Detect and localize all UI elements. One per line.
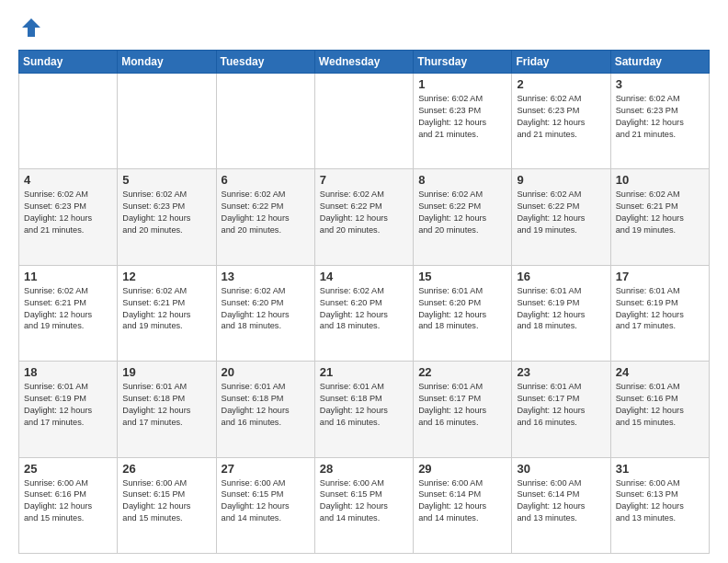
day-number: 6 [222, 173, 310, 187]
calendar-cell: 10Sunrise: 6:02 AM Sunset: 6:21 PM Dayli… [610, 169, 709, 265]
cell-content: Sunrise: 6:00 AM Sunset: 6:15 PM Dayligh… [222, 477, 310, 525]
cell-content: Sunrise: 6:00 AM Sunset: 6:13 PM Dayligh… [616, 477, 704, 525]
calendar-cell: 25Sunrise: 6:00 AM Sunset: 6:16 PM Dayli… [19, 457, 118, 553]
day-number: 21 [320, 365, 408, 379]
cell-content: Sunrise: 6:01 AM Sunset: 6:18 PM Dayligh… [222, 381, 310, 429]
calendar-cell: 27Sunrise: 6:00 AM Sunset: 6:15 PM Dayli… [216, 457, 314, 553]
calendar-cell: 6Sunrise: 6:02 AM Sunset: 6:22 PM Daylig… [216, 169, 314, 265]
cell-content: Sunrise: 6:01 AM Sunset: 6:19 PM Dayligh… [517, 285, 605, 333]
calendar-cell: 11Sunrise: 6:02 AM Sunset: 6:21 PM Dayli… [19, 265, 118, 361]
cell-content: Sunrise: 6:00 AM Sunset: 6:16 PM Dayligh… [24, 477, 112, 525]
day-number: 25 [24, 462, 112, 476]
day-number: 26 [122, 462, 210, 476]
calendar-cell: 12Sunrise: 6:02 AM Sunset: 6:21 PM Dayli… [118, 265, 216, 361]
day-number: 5 [122, 173, 210, 187]
day-number: 13 [222, 270, 310, 283]
weekday-header: Monday [118, 51, 216, 74]
calendar-cell: 15Sunrise: 6:01 AM Sunset: 6:20 PM Dayli… [414, 265, 512, 361]
calendar-cell: 20Sunrise: 6:01 AM Sunset: 6:18 PM Dayli… [216, 362, 314, 457]
day-number: 20 [222, 365, 310, 379]
day-number: 14 [320, 270, 408, 283]
day-number: 24 [616, 365, 704, 379]
calendar-cell: 29Sunrise: 6:00 AM Sunset: 6:14 PM Dayli… [414, 457, 512, 553]
calendar-cell: 13Sunrise: 6:02 AM Sunset: 6:20 PM Dayli… [216, 265, 314, 361]
calendar-week-row: 25Sunrise: 6:00 AM Sunset: 6:16 PM Dayli… [19, 457, 710, 553]
calendar-cell: 14Sunrise: 6:02 AM Sunset: 6:20 PM Dayli… [314, 265, 413, 361]
cell-content: Sunrise: 6:02 AM Sunset: 6:23 PM Dayligh… [616, 93, 704, 141]
day-number: 10 [616, 173, 704, 187]
cell-content: Sunrise: 6:02 AM Sunset: 6:22 PM Dayligh… [418, 189, 506, 236]
day-number: 3 [616, 77, 704, 91]
calendar-cell: 2Sunrise: 6:02 AM Sunset: 6:23 PM Daylig… [512, 74, 610, 169]
cell-content: Sunrise: 6:02 AM Sunset: 6:20 PM Dayligh… [222, 285, 310, 333]
calendar-cell: 7Sunrise: 6:02 AM Sunset: 6:22 PM Daylig… [314, 169, 413, 265]
day-number: 1 [418, 77, 506, 91]
weekday-header: Thursday [414, 51, 512, 74]
calendar-cell: 16Sunrise: 6:01 AM Sunset: 6:19 PM Dayli… [512, 265, 610, 361]
day-number: 7 [320, 173, 408, 187]
cell-content: Sunrise: 6:01 AM Sunset: 6:17 PM Dayligh… [418, 381, 506, 429]
cell-content: Sunrise: 6:02 AM Sunset: 6:22 PM Dayligh… [320, 189, 408, 236]
day-number: 28 [320, 462, 408, 476]
calendar-cell: 5Sunrise: 6:02 AM Sunset: 6:23 PM Daylig… [118, 169, 216, 265]
cell-content: Sunrise: 6:02 AM Sunset: 6:23 PM Dayligh… [418, 93, 506, 141]
calendar-cell [19, 74, 118, 169]
page: SundayMondayTuesdayWednesdayThursdayFrid… [0, 0, 728, 563]
logo [18, 15, 48, 40]
calendar-cell: 31Sunrise: 6:00 AM Sunset: 6:13 PM Dayli… [610, 457, 709, 553]
day-number: 18 [24, 365, 112, 379]
calendar-cell: 17Sunrise: 6:01 AM Sunset: 6:19 PM Dayli… [610, 265, 709, 361]
weekday-header: Sunday [19, 51, 118, 74]
cell-content: Sunrise: 6:02 AM Sunset: 6:20 PM Dayligh… [320, 285, 408, 333]
cell-content: Sunrise: 6:01 AM Sunset: 6:18 PM Dayligh… [122, 381, 210, 429]
calendar-table: SundayMondayTuesdayWednesdayThursdayFrid… [18, 50, 710, 554]
calendar-cell: 23Sunrise: 6:01 AM Sunset: 6:17 PM Dayli… [512, 362, 610, 457]
calendar-cell: 19Sunrise: 6:01 AM Sunset: 6:18 PM Dayli… [118, 362, 216, 457]
calendar-cell: 22Sunrise: 6:01 AM Sunset: 6:17 PM Dayli… [414, 362, 512, 457]
cell-content: Sunrise: 6:01 AM Sunset: 6:19 PM Dayligh… [616, 285, 704, 333]
cell-content: Sunrise: 6:01 AM Sunset: 6:17 PM Dayligh… [517, 381, 605, 429]
day-number: 17 [616, 270, 704, 283]
weekday-header: Tuesday [216, 51, 314, 74]
day-number: 30 [517, 462, 605, 476]
calendar-cell: 4Sunrise: 6:02 AM Sunset: 6:23 PM Daylig… [19, 169, 118, 265]
day-number: 2 [517, 77, 605, 91]
cell-content: Sunrise: 6:02 AM Sunset: 6:23 PM Dayligh… [24, 189, 112, 236]
day-number: 31 [616, 462, 704, 476]
weekday-header: Wednesday [314, 51, 413, 74]
calendar-cell: 26Sunrise: 6:00 AM Sunset: 6:15 PM Dayli… [118, 457, 216, 553]
cell-content: Sunrise: 6:02 AM Sunset: 6:21 PM Dayligh… [122, 285, 210, 333]
day-number: 16 [517, 270, 605, 283]
cell-content: Sunrise: 6:01 AM Sunset: 6:16 PM Dayligh… [616, 381, 704, 429]
header [18, 15, 710, 40]
weekday-header: Friday [512, 51, 610, 74]
calendar-week-row: 4Sunrise: 6:02 AM Sunset: 6:23 PM Daylig… [19, 169, 710, 265]
cell-content: Sunrise: 6:00 AM Sunset: 6:15 PM Dayligh… [122, 477, 210, 525]
calendar-cell [118, 74, 216, 169]
calendar-cell: 18Sunrise: 6:01 AM Sunset: 6:19 PM Dayli… [19, 362, 118, 457]
calendar-cell: 21Sunrise: 6:01 AM Sunset: 6:18 PM Dayli… [314, 362, 413, 457]
calendar-cell: 8Sunrise: 6:02 AM Sunset: 6:22 PM Daylig… [414, 169, 512, 265]
day-number: 8 [418, 173, 506, 187]
calendar-week-row: 11Sunrise: 6:02 AM Sunset: 6:21 PM Dayli… [19, 265, 710, 361]
cell-content: Sunrise: 6:02 AM Sunset: 6:21 PM Dayligh… [24, 285, 112, 333]
svg-marker-0 [22, 18, 40, 37]
logo-icon [18, 15, 44, 40]
day-number: 4 [24, 173, 112, 187]
cell-content: Sunrise: 6:00 AM Sunset: 6:15 PM Dayligh… [320, 477, 408, 525]
day-number: 15 [418, 270, 506, 283]
calendar-cell: 24Sunrise: 6:01 AM Sunset: 6:16 PM Dayli… [610, 362, 709, 457]
day-number: 22 [418, 365, 506, 379]
cell-content: Sunrise: 6:02 AM Sunset: 6:22 PM Dayligh… [517, 189, 605, 236]
calendar-cell: 9Sunrise: 6:02 AM Sunset: 6:22 PM Daylig… [512, 169, 610, 265]
day-number: 11 [24, 270, 112, 283]
day-number: 12 [122, 270, 210, 283]
day-number: 9 [517, 173, 605, 187]
weekday-header: Saturday [610, 51, 709, 74]
day-number: 23 [517, 365, 605, 379]
cell-content: Sunrise: 6:02 AM Sunset: 6:21 PM Dayligh… [616, 189, 704, 236]
calendar-header-row: SundayMondayTuesdayWednesdayThursdayFrid… [19, 51, 710, 74]
calendar-week-row: 18Sunrise: 6:01 AM Sunset: 6:19 PM Dayli… [19, 362, 710, 457]
cell-content: Sunrise: 6:01 AM Sunset: 6:20 PM Dayligh… [418, 285, 506, 333]
calendar-cell: 28Sunrise: 6:00 AM Sunset: 6:15 PM Dayli… [314, 457, 413, 553]
